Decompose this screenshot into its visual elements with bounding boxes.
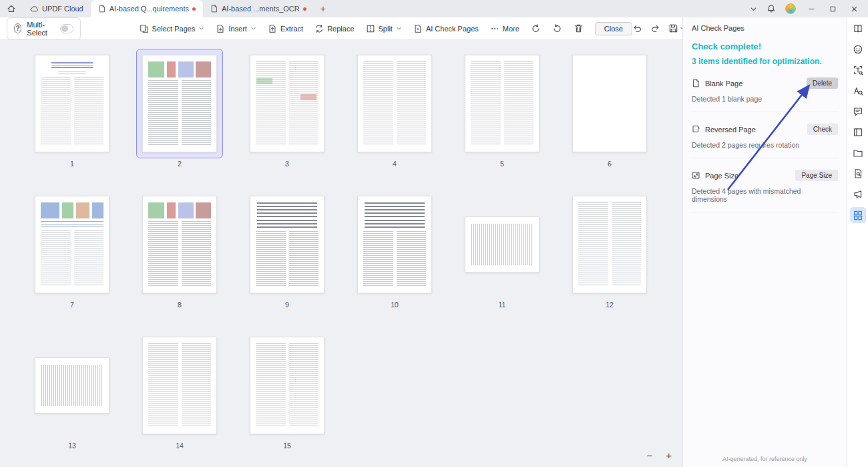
tab-document-1[interactable]: AI-based Q...quirements [91, 0, 203, 17]
page-number: 14 [176, 442, 184, 450]
tab-label: AI-based ...ments_OCR [222, 5, 300, 13]
page-thumbnail[interactable] [572, 196, 647, 293]
save-icon [668, 23, 678, 33]
check-reversed-page-button[interactable]: Check [807, 124, 838, 135]
page-size-card: Page Size Page Size Detected 4 pages wit… [692, 170, 838, 212]
page-thumbnail[interactable] [35, 357, 110, 414]
page-cell: 5 [465, 55, 539, 168]
page-thumbnail[interactable] [142, 337, 217, 434]
notification-bell-icon[interactable] [767, 4, 776, 13]
items-identified-status: 3 items identified for optimization. [692, 57, 838, 66]
search-text-icon[interactable] [850, 83, 866, 99]
window-maximize-button[interactable] [827, 3, 839, 15]
card-title: Page Size [705, 172, 738, 180]
delete-blank-page-button[interactable]: Delete [807, 77, 838, 89]
page-number: 2 [178, 160, 182, 168]
page-cell: 13 [35, 337, 110, 450]
rotate-left-button[interactable] [531, 23, 541, 33]
redo-icon[interactable] [650, 23, 660, 33]
multi-select-toggle[interactable] [60, 24, 73, 33]
page-cell: 1 [35, 55, 110, 168]
right-tool-sidebar [847, 17, 868, 467]
chevron-down-icon[interactable] [750, 5, 757, 13]
organize-toolbar: ? Multi-Select Select Pages Insert Extr [0, 17, 682, 40]
titlebar-right [750, 3, 868, 15]
rotate-right-button[interactable] [552, 23, 562, 33]
attachment-folder-icon[interactable] [850, 145, 866, 161]
page-number: 1 [70, 160, 74, 168]
button-label: More [503, 25, 519, 33]
page-number: 12 [606, 301, 614, 309]
close-button[interactable]: Close [595, 22, 632, 35]
page-thumbnail[interactable] [142, 55, 217, 152]
delete-pages-button[interactable] [574, 23, 584, 33]
page-row: 789101112 [0, 196, 682, 337]
page-number: 6 [608, 160, 612, 168]
toolbar-center-group: Select Pages Insert Extract Replace [140, 22, 632, 35]
page-thumbnail[interactable] [465, 55, 539, 152]
page-cell: 6 [572, 55, 647, 168]
page-thumbnail[interactable] [35, 55, 110, 152]
page-number: 3 [285, 160, 289, 168]
select-pages-button[interactable]: Select Pages [140, 24, 205, 33]
pages-grid: 123456789101112131415 [0, 55, 682, 467]
button-label: Split [379, 25, 393, 33]
page-size-icon [692, 171, 700, 180]
insert-icon [216, 24, 225, 33]
share-megaphone-icon[interactable] [850, 186, 866, 202]
ai-assistant-icon[interactable] [850, 41, 866, 57]
page-thumbnail[interactable] [250, 196, 324, 293]
chevron-down-icon [396, 25, 402, 31]
check-complete-status: Check complete! [692, 41, 838, 51]
extract-button[interactable]: Extract [268, 24, 303, 33]
document-search-icon[interactable] [850, 166, 866, 182]
page-thumbnail[interactable] [357, 55, 432, 152]
organize-pages-icon[interactable] [850, 207, 866, 223]
page-cell: 2 [142, 55, 217, 168]
zoom-in-button[interactable]: + [666, 450, 672, 461]
zoom-out-button[interactable]: − [646, 450, 652, 461]
cloud-icon [30, 5, 39, 13]
button-label: Insert [228, 25, 247, 33]
tab-updf-cloud[interactable]: UPDF Cloud [23, 0, 91, 17]
home-button[interactable] [0, 0, 23, 17]
new-tab-button[interactable]: + [320, 3, 326, 14]
page-number: 10 [391, 301, 399, 309]
page-size-button[interactable]: Page Size [795, 170, 838, 181]
button-label: Select Pages [152, 25, 196, 33]
button-label: Replace [327, 25, 354, 33]
plus-icon: + [320, 3, 326, 14]
help-icon[interactable]: ? [14, 23, 21, 33]
rotate-left-icon [531, 23, 541, 33]
page-thumbnail[interactable] [572, 55, 647, 152]
page-thumbnail[interactable] [357, 196, 432, 293]
split-button[interactable]: Split [366, 24, 402, 33]
card-description: Detected 2 pages requires rotation [692, 141, 838, 149]
page-thumbnail[interactable] [250, 55, 324, 152]
user-avatar[interactable] [785, 3, 796, 14]
page-row: 123456 [0, 55, 682, 196]
page-cell: 11 [465, 196, 539, 309]
insert-button[interactable]: Insert [216, 24, 256, 33]
split-icon [366, 24, 375, 33]
ocr-icon[interactable] [850, 62, 866, 78]
ai-disclaimer: AI-generated, for reference only [683, 456, 847, 462]
window-minimize-button[interactable] [805, 3, 817, 15]
replace-button[interactable]: Replace [314, 24, 354, 33]
window-close-button[interactable] [848, 3, 860, 15]
multi-select-group: ? Multi-Select [7, 17, 81, 40]
page-thumbnail[interactable] [142, 196, 217, 293]
comment-icon[interactable] [850, 104, 866, 120]
reversed-page-card: Reversed Page Check Detected 2 pages req… [692, 124, 838, 158]
page-thumbnail[interactable] [465, 216, 539, 273]
page-cell: 10 [357, 196, 432, 309]
page-layout-icon[interactable] [850, 124, 866, 140]
reader-book-icon[interactable] [850, 21, 866, 37]
ai-check-pages-button[interactable]: AI Check Pages [413, 24, 479, 33]
undo-icon[interactable] [632, 23, 642, 33]
more-button[interactable]: More [490, 24, 519, 33]
tab-document-2[interactable]: AI-based ...ments_OCR [203, 0, 314, 17]
button-label: Extract [280, 25, 303, 33]
page-thumbnail[interactable] [35, 196, 110, 293]
page-thumbnail[interactable] [250, 337, 324, 434]
